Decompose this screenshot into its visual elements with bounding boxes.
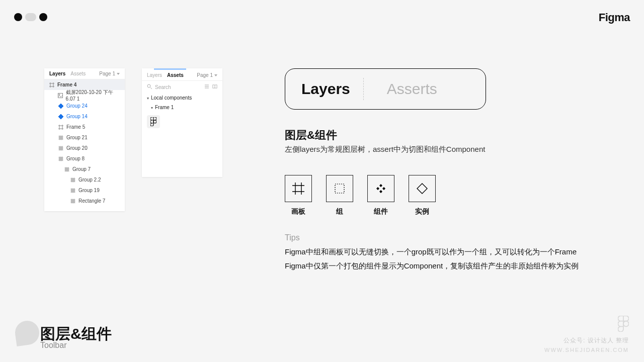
legend-frame-label: 画板 (285, 207, 312, 216)
group-icon (70, 177, 75, 183)
svg-point-9 (147, 84, 150, 87)
svg-rect-7 (71, 189, 75, 193)
layer-label: Rectangle 7 (78, 198, 105, 204)
svg-point-1 (59, 94, 60, 95)
instance-icon (58, 104, 63, 109)
layer-label: Group 21 (66, 135, 88, 140)
layer-label: 截屏2020-10-20 下午6.07 1 (66, 89, 120, 102)
layers-asserts-tabs: Layers Asserts (285, 68, 486, 110)
group-icon (58, 156, 63, 161)
layer-row[interactable]: Group 8 (44, 153, 125, 164)
tips-heading: Tips (285, 233, 300, 242)
watermark-line-1: 公众号: 设计达人 整理 (564, 336, 629, 345)
slide-dots (14, 13, 47, 21)
svg-rect-6 (71, 178, 75, 182)
group-icon (70, 188, 75, 193)
legend-component-label: 组件 (367, 207, 394, 216)
section-subtext: 左侧layers为常规图层树，assert中为切图和组件Component (285, 145, 485, 154)
layer-row[interactable]: Group 20 (44, 143, 125, 153)
corner-shape (14, 319, 41, 346)
figma-logo-icon (618, 316, 629, 334)
page-selector[interactable]: Page 1 (99, 71, 120, 76)
slide-subtitle: Toolbar (40, 341, 66, 350)
list-view-icon[interactable] (204, 84, 209, 90)
layer-label: Group 19 (78, 188, 100, 193)
chevron-down-icon (117, 73, 120, 75)
svg-rect-0 (58, 93, 62, 98)
svg-rect-8 (71, 199, 75, 203)
layer-row[interactable]: Group 2.2 (44, 174, 125, 185)
icon-legend-row: 画板 组 组件 实例 (285, 175, 436, 216)
layers-panel: Layers Assets Page 1 Frame 4 截屏2020-10-2… (44, 68, 125, 211)
layer-row-selected[interactable]: Frame 4 (44, 79, 125, 90)
layer-label: Group 20 (66, 145, 88, 151)
section-heading: 图层&组件 (285, 128, 337, 143)
page-selector[interactable]: Page 1 (197, 72, 217, 78)
bigtab-asserts: Asserts (371, 80, 437, 98)
tips-line-2: Figma中仅第一个打包的组件显示为Component，复制该组件产生的非原始组… (285, 261, 579, 271)
search-icon (147, 84, 152, 90)
svg-rect-4 (59, 157, 63, 161)
svg-rect-5 (65, 167, 69, 171)
frame-icon (49, 82, 54, 87)
legend-frame (285, 175, 312, 202)
watermark-line-2: WWW.SHEJIDAREN.COM (544, 347, 629, 353)
bigtab-layers: Layers (285, 80, 350, 98)
layer-row[interactable]: Group 24 (44, 101, 125, 111)
legend-instance (409, 175, 436, 202)
library-icon[interactable] (212, 84, 217, 90)
layer-label: Group 24 (66, 103, 88, 109)
layer-label: Frame 4 (57, 82, 76, 87)
tab-layers[interactable]: Layers (147, 72, 162, 78)
group-icon (64, 167, 69, 172)
group-icon (58, 135, 63, 140)
brand-label: Figma (599, 11, 630, 24)
tab-assets[interactable]: Assets (70, 71, 86, 76)
group-icon (70, 199, 75, 204)
assets-category[interactable]: Local components (142, 93, 222, 103)
layer-row[interactable]: Rectangle 7 (44, 196, 125, 206)
legend-component (367, 175, 394, 202)
frame-icon (58, 125, 63, 130)
tab-layers[interactable]: Layers (49, 71, 65, 76)
layer-row[interactable]: Group 7 (44, 164, 125, 174)
layer-row[interactable]: Frame 5 (44, 122, 125, 132)
layer-row[interactable]: 截屏2020-10-20 下午6.07 1 (44, 90, 125, 101)
layer-label: Frame 5 (66, 124, 85, 130)
layer-label: Group 8 (66, 156, 85, 161)
search-input[interactable]: Search (155, 84, 171, 90)
group-icon (58, 146, 63, 151)
layer-row[interactable]: Group 19 (44, 185, 125, 196)
svg-rect-3 (59, 146, 63, 150)
layer-label: Group 7 (72, 166, 91, 172)
assets-subcategory[interactable]: Frame 1 (142, 103, 222, 112)
svg-point-10 (153, 120, 156, 123)
svg-rect-2 (59, 136, 63, 140)
svg-rect-11 (335, 184, 344, 193)
assets-panel: Layers Assets Page 1 Search Local compon… (142, 68, 222, 177)
legend-group (326, 175, 353, 202)
legend-group-label: 组 (326, 207, 353, 216)
tab-assets[interactable]: Assets (167, 72, 184, 78)
page-label: Page 1 (99, 71, 115, 76)
legend-instance-label: 实例 (409, 207, 436, 216)
chevron-down-icon (214, 74, 217, 76)
layer-row[interactable]: Group 14 (44, 111, 125, 122)
svg-point-12 (623, 321, 629, 327)
page-label: Page 1 (197, 72, 213, 78)
component-tile[interactable] (147, 115, 160, 128)
layer-row[interactable]: Group 21 (44, 132, 125, 143)
layer-label: Group 14 (66, 114, 88, 119)
layer-label: Group 2.2 (78, 177, 101, 183)
image-icon (58, 93, 63, 98)
tips-line-1: Figma中组和画板可以无缝切换，一个grop既可以作为一个组，又可以转化为一个… (285, 247, 577, 257)
instance-icon (58, 114, 63, 119)
